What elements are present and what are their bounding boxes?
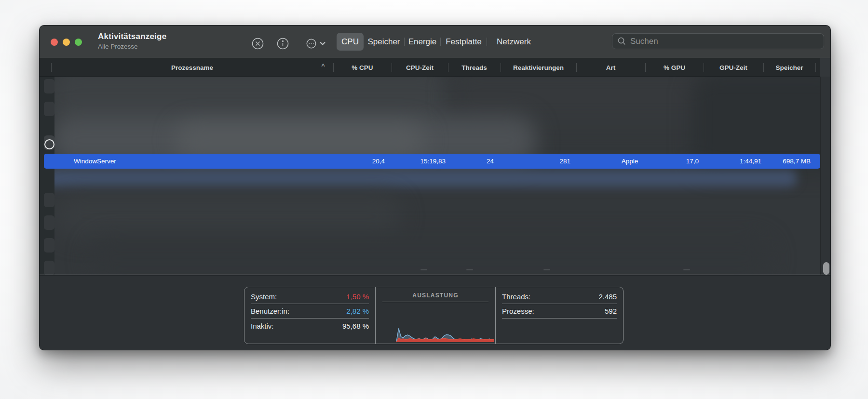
window-subtitle: Alle Prozesse [98, 43, 166, 50]
blurred-app-icon [44, 139, 54, 149]
cell-speicher: 698,7 MB [763, 154, 811, 169]
column-divider[interactable] [645, 63, 646, 72]
cell-threads: 24 [448, 154, 494, 169]
column-header-prozessname[interactable]: Prozessname [51, 58, 333, 77]
stat-value: 2.485 [598, 293, 617, 301]
column-header-speicher[interactable]: Speicher [763, 58, 815, 77]
tab-netzwerk[interactable]: Netzwerk [487, 33, 541, 51]
column-divider[interactable] [392, 63, 392, 72]
activity-monitor-window: Aktivitätsanzeige Alle Prozesse [39, 25, 831, 350]
column-divider[interactable] [704, 63, 704, 72]
cell-prozessname: WindowServer [74, 154, 218, 169]
view-options-button[interactable] [302, 36, 330, 51]
x-circle-icon [251, 37, 264, 50]
process-counts-box: Threads: 2.485 Prozesse: 592 [496, 287, 623, 344]
column-header-reaktivierungen[interactable]: Reaktivierungen [501, 58, 576, 77]
clipped-row-text [543, 269, 550, 270]
cell-gpu-zeit: 1:44,91 [704, 154, 761, 169]
window-title: Aktivitätsanzeige [98, 32, 166, 41]
ellipsis-circle-icon [306, 38, 317, 49]
stat-label: Prozesse: [502, 307, 534, 315]
toolbar: Aktivitätsanzeige Alle Prozesse [40, 26, 830, 58]
cpu-percent-box: System: 1,50 % Benutzer:in: 2,82 % Inakt… [244, 287, 376, 344]
process-table: WindowServer 20,4 15:19,83 24 281 Apple … [40, 77, 830, 275]
close-window-button[interactable] [51, 39, 58, 46]
tab-festplatte[interactable]: Festplatte [441, 33, 487, 51]
scrollbar-thumb[interactable] [823, 262, 829, 275]
column-header-cpu-zeit[interactable]: CPU-Zeit [392, 58, 448, 77]
app-icon-slot [44, 215, 54, 230]
selected-process-row[interactable]: WindowServer 20,4 15:19,83 24 281 Apple … [44, 154, 820, 169]
cell-cpu-percent: 20,4 [333, 154, 385, 169]
stat-row-inaktiv: Inaktiv: 95,68 % [251, 319, 369, 333]
stat-label: Inaktiv: [251, 322, 274, 330]
clipped-row-text [466, 269, 473, 270]
cpu-load-history-chart [376, 324, 495, 343]
search-input[interactable] [630, 37, 819, 46]
blurred-process-rows [54, 77, 820, 275]
search-icon [617, 37, 626, 46]
desktop-background: Aktivitätsanzeige Alle Prozesse [0, 0, 868, 399]
cell-reaktivierungen: 281 [501, 154, 570, 169]
app-icon-slot [44, 261, 54, 275]
app-icon-slot [44, 193, 54, 207]
app-icon-slot [44, 102, 54, 116]
footer-stats-panel: System: 1,50 % Benutzer:in: 2,82 % Inakt… [40, 275, 830, 350]
column-divider[interactable] [576, 63, 577, 72]
stat-label: System: [251, 293, 277, 301]
cell-cpu-zeit: 15:19,83 [392, 154, 446, 169]
stat-row-prozesse: Prozesse: 592 [502, 304, 617, 319]
stat-value: 1,50 % [346, 293, 369, 301]
chart-title-underline [382, 302, 488, 302]
column-divider [51, 63, 52, 72]
column-header-art[interactable]: Art [576, 58, 645, 77]
column-divider[interactable] [333, 63, 334, 72]
resource-tabs: CPU Speicher Energie Festplatte Netzwerk [337, 33, 541, 51]
table-header: Prozessname ^ % CPU CPU-Zeit Threads Rea… [40, 58, 830, 77]
quit-process-button[interactable] [250, 36, 265, 51]
window-controls [51, 39, 82, 46]
column-divider[interactable] [763, 63, 764, 72]
clipped-row-text [683, 269, 690, 270]
stat-row-threads: Threads: 2.485 [502, 290, 617, 304]
vertical-scrollbar[interactable] [820, 77, 830, 275]
chart-title: AUSLASTUNG [376, 292, 495, 299]
fullscreen-window-button[interactable] [75, 39, 82, 46]
tab-energie[interactable]: Energie [405, 33, 440, 51]
cell-gpu-percent: 17,0 [645, 154, 699, 169]
search-field[interactable] [612, 33, 824, 49]
stat-value: 2,82 % [346, 307, 369, 315]
clipped-row-text [420, 269, 427, 270]
tab-cpu[interactable]: CPU [337, 33, 364, 51]
stat-row-benutzer: Benutzer:in: 2,82 % [251, 304, 369, 319]
app-icon-slot [44, 79, 54, 93]
column-divider[interactable] [815, 63, 816, 72]
minimize-window-button[interactable] [63, 39, 70, 46]
tab-speicher[interactable]: Speicher [364, 33, 404, 51]
load-chart-box: AUSLASTUNG [376, 287, 496, 344]
column-header-gpu-percent[interactable]: % GPU [645, 58, 704, 77]
app-icon-column [40, 77, 54, 275]
stat-label: Threads: [502, 293, 530, 301]
column-header-threads[interactable]: Threads [448, 58, 501, 77]
stats-boxes: System: 1,50 % Benutzer:in: 2,82 % Inakt… [244, 287, 624, 344]
stat-value: 592 [605, 307, 617, 315]
column-divider[interactable] [448, 63, 448, 72]
info-circle-icon [276, 37, 289, 50]
inspect-process-button[interactable] [275, 36, 290, 51]
scrollbar-corner [820, 58, 831, 77]
stat-row-system: System: 1,50 % [251, 290, 369, 304]
title-block: Aktivitätsanzeige Alle Prozesse [98, 32, 166, 50]
app-icon-slot [44, 238, 54, 253]
column-header-cpu-percent[interactable]: % CPU [333, 58, 392, 77]
sort-ascending-icon: ^ [318, 62, 328, 69]
column-header-gpu-zeit[interactable]: GPU-Zeit [704, 58, 763, 77]
column-divider[interactable] [501, 63, 501, 72]
stat-label: Benutzer:in: [251, 307, 289, 315]
chevron-down-icon [319, 41, 326, 46]
stat-value: 95,68 % [342, 322, 369, 330]
